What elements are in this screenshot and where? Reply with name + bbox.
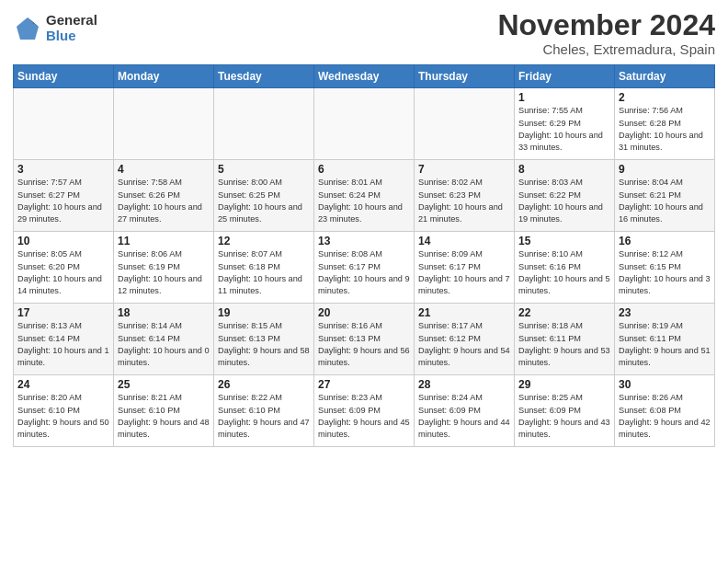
logo-general: General bbox=[46, 13, 97, 29]
day-cell bbox=[314, 88, 415, 160]
week-row-2: 3Sunrise: 7:57 AM Sunset: 6:27 PM Daylig… bbox=[14, 160, 715, 232]
day-number: 25 bbox=[118, 378, 210, 391]
calendar-header: Sunday Monday Tuesday Wednesday Thursday… bbox=[14, 65, 715, 88]
day-info: Sunrise: 8:04 AM Sunset: 6:21 PM Dayligh… bbox=[619, 177, 711, 225]
day-cell bbox=[14, 88, 114, 160]
day-cell: 4Sunrise: 7:58 AM Sunset: 6:26 PM Daylig… bbox=[114, 160, 214, 232]
day-info: Sunrise: 8:13 AM Sunset: 6:14 PM Dayligh… bbox=[17, 320, 109, 369]
day-cell: 10Sunrise: 8:05 AM Sunset: 6:20 PM Dayli… bbox=[14, 232, 114, 304]
header-thursday: Thursday bbox=[415, 65, 515, 88]
day-cell: 17Sunrise: 8:13 AM Sunset: 6:14 PM Dayli… bbox=[14, 304, 114, 375]
day-number: 21 bbox=[418, 306, 510, 319]
calendar-table: Sunday Monday Tuesday Wednesday Thursday… bbox=[13, 64, 715, 447]
day-info: Sunrise: 7:57 AM Sunset: 6:27 PM Dayligh… bbox=[17, 177, 109, 225]
day-cell bbox=[114, 88, 214, 160]
header-wednesday: Wednesday bbox=[314, 65, 415, 88]
day-number: 26 bbox=[218, 378, 310, 391]
svg-marker-0 bbox=[17, 17, 39, 40]
logo: General Blue bbox=[13, 13, 97, 43]
day-cell: 28Sunrise: 8:24 AM Sunset: 6:09 PM Dayli… bbox=[415, 375, 515, 447]
day-number: 9 bbox=[619, 163, 711, 176]
week-row-5: 24Sunrise: 8:20 AM Sunset: 6:10 PM Dayli… bbox=[14, 375, 715, 447]
day-info: Sunrise: 8:06 AM Sunset: 6:19 PM Dayligh… bbox=[118, 248, 210, 297]
day-info: Sunrise: 7:56 AM Sunset: 6:28 PM Dayligh… bbox=[619, 105, 711, 154]
day-number: 8 bbox=[518, 163, 610, 176]
header-monday: Monday bbox=[114, 65, 214, 88]
logo-text: General Blue bbox=[46, 13, 97, 43]
day-number: 11 bbox=[118, 235, 210, 247]
location: Cheles, Extremadura, Spain bbox=[497, 41, 715, 57]
day-number: 17 bbox=[17, 306, 109, 319]
day-number: 29 bbox=[518, 378, 610, 391]
day-cell: 15Sunrise: 8:10 AM Sunset: 6:16 PM Dayli… bbox=[515, 232, 615, 304]
calendar-body: 1Sunrise: 7:55 AM Sunset: 6:29 PM Daylig… bbox=[14, 88, 715, 447]
day-cell: 19Sunrise: 8:15 AM Sunset: 6:13 PM Dayli… bbox=[214, 304, 314, 375]
day-number: 12 bbox=[218, 235, 310, 247]
header-row: Sunday Monday Tuesday Wednesday Thursday… bbox=[14, 65, 715, 88]
day-info: Sunrise: 8:14 AM Sunset: 6:14 PM Dayligh… bbox=[118, 320, 210, 369]
day-info: Sunrise: 8:08 AM Sunset: 6:17 PM Dayligh… bbox=[318, 248, 410, 297]
week-row-3: 10Sunrise: 8:05 AM Sunset: 6:20 PM Dayli… bbox=[14, 232, 715, 304]
day-info: Sunrise: 8:21 AM Sunset: 6:10 PM Dayligh… bbox=[118, 392, 210, 441]
header: General Blue November 2024 Cheles, Extre… bbox=[13, 9, 715, 57]
day-cell: 20Sunrise: 8:16 AM Sunset: 6:13 PM Dayli… bbox=[314, 304, 415, 375]
logo-blue: Blue bbox=[46, 29, 97, 44]
day-info: Sunrise: 8:16 AM Sunset: 6:13 PM Dayligh… bbox=[318, 320, 410, 369]
day-cell: 8Sunrise: 8:03 AM Sunset: 6:22 PM Daylig… bbox=[515, 160, 615, 232]
day-cell: 18Sunrise: 8:14 AM Sunset: 6:14 PM Dayli… bbox=[114, 304, 214, 375]
day-cell: 9Sunrise: 8:04 AM Sunset: 6:21 PM Daylig… bbox=[615, 160, 715, 232]
month-title: November 2024 bbox=[497, 9, 715, 41]
day-number: 10 bbox=[17, 235, 109, 247]
day-cell: 29Sunrise: 8:25 AM Sunset: 6:09 PM Dayli… bbox=[515, 375, 615, 447]
day-cell: 27Sunrise: 8:23 AM Sunset: 6:09 PM Dayli… bbox=[314, 375, 415, 447]
day-info: Sunrise: 8:02 AM Sunset: 6:23 PM Dayligh… bbox=[418, 177, 510, 225]
day-number: 24 bbox=[17, 378, 109, 391]
day-number: 5 bbox=[218, 163, 310, 176]
day-cell: 13Sunrise: 8:08 AM Sunset: 6:17 PM Dayli… bbox=[314, 232, 415, 304]
day-number: 27 bbox=[318, 378, 410, 391]
day-info: Sunrise: 8:10 AM Sunset: 6:16 PM Dayligh… bbox=[518, 248, 610, 297]
day-info: Sunrise: 8:25 AM Sunset: 6:09 PM Dayligh… bbox=[518, 392, 610, 441]
day-info: Sunrise: 8:17 AM Sunset: 6:12 PM Dayligh… bbox=[418, 320, 510, 369]
day-info: Sunrise: 8:03 AM Sunset: 6:22 PM Dayligh… bbox=[518, 177, 610, 225]
day-info: Sunrise: 8:24 AM Sunset: 6:09 PM Dayligh… bbox=[418, 392, 510, 441]
day-info: Sunrise: 8:20 AM Sunset: 6:10 PM Dayligh… bbox=[17, 392, 109, 441]
day-number: 14 bbox=[418, 235, 510, 247]
day-info: Sunrise: 8:07 AM Sunset: 6:18 PM Dayligh… bbox=[218, 248, 310, 297]
day-cell bbox=[214, 88, 314, 160]
day-number: 16 bbox=[619, 235, 711, 247]
day-info: Sunrise: 7:55 AM Sunset: 6:29 PM Dayligh… bbox=[518, 105, 610, 154]
day-info: Sunrise: 8:01 AM Sunset: 6:24 PM Dayligh… bbox=[318, 177, 410, 225]
day-cell: 5Sunrise: 8:00 AM Sunset: 6:25 PM Daylig… bbox=[214, 160, 314, 232]
day-number: 19 bbox=[218, 306, 310, 319]
day-cell: 23Sunrise: 8:19 AM Sunset: 6:11 PM Dayli… bbox=[615, 304, 715, 375]
day-number: 1 bbox=[518, 91, 610, 104]
day-cell: 26Sunrise: 8:22 AM Sunset: 6:10 PM Dayli… bbox=[214, 375, 314, 447]
day-number: 4 bbox=[118, 163, 210, 176]
day-number: 18 bbox=[118, 306, 210, 319]
day-cell: 24Sunrise: 8:20 AM Sunset: 6:10 PM Dayli… bbox=[14, 375, 114, 447]
calendar-container: General Blue November 2024 Cheles, Extre… bbox=[0, 0, 728, 456]
day-cell: 21Sunrise: 8:17 AM Sunset: 6:12 PM Dayli… bbox=[415, 304, 515, 375]
day-info: Sunrise: 7:58 AM Sunset: 6:26 PM Dayligh… bbox=[118, 177, 210, 225]
day-cell: 16Sunrise: 8:12 AM Sunset: 6:15 PM Dayli… bbox=[615, 232, 715, 304]
day-info: Sunrise: 8:15 AM Sunset: 6:13 PM Dayligh… bbox=[218, 320, 310, 369]
day-number: 13 bbox=[318, 235, 410, 247]
day-info: Sunrise: 8:09 AM Sunset: 6:17 PM Dayligh… bbox=[418, 248, 510, 297]
header-sunday: Sunday bbox=[14, 65, 114, 88]
day-cell: 14Sunrise: 8:09 AM Sunset: 6:17 PM Dayli… bbox=[415, 232, 515, 304]
title-block: November 2024 Cheles, Extremadura, Spain bbox=[497, 9, 715, 57]
week-row-4: 17Sunrise: 8:13 AM Sunset: 6:14 PM Dayli… bbox=[14, 304, 715, 375]
day-cell: 30Sunrise: 8:26 AM Sunset: 6:08 PM Dayli… bbox=[615, 375, 715, 447]
day-number: 6 bbox=[318, 163, 410, 176]
day-cell: 3Sunrise: 7:57 AM Sunset: 6:27 PM Daylig… bbox=[14, 160, 114, 232]
day-info: Sunrise: 8:23 AM Sunset: 6:09 PM Dayligh… bbox=[318, 392, 410, 441]
day-number: 30 bbox=[619, 378, 711, 391]
day-cell: 1Sunrise: 7:55 AM Sunset: 6:29 PM Daylig… bbox=[515, 88, 615, 160]
day-cell: 25Sunrise: 8:21 AM Sunset: 6:10 PM Dayli… bbox=[114, 375, 214, 447]
logo-icon bbox=[13, 14, 42, 43]
day-number: 3 bbox=[17, 163, 109, 176]
day-number: 7 bbox=[418, 163, 510, 176]
day-info: Sunrise: 8:19 AM Sunset: 6:11 PM Dayligh… bbox=[619, 320, 711, 369]
header-saturday: Saturday bbox=[615, 65, 715, 88]
